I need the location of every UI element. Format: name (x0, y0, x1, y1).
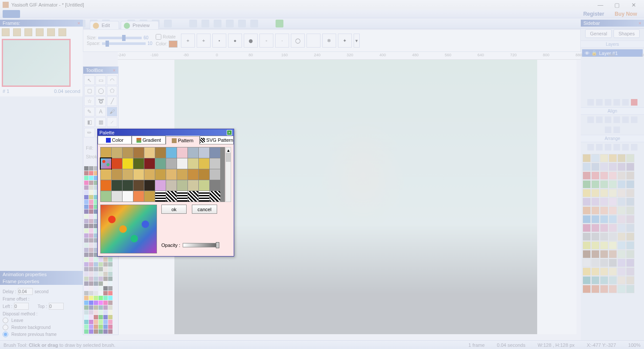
color-swatch[interactable] (591, 180, 600, 188)
pattern-swatch[interactable] (177, 147, 187, 158)
size-slider[interactable] (98, 37, 142, 39)
color-swatch[interactable] (626, 180, 634, 188)
color-swatch[interactable] (583, 180, 591, 188)
tool-swatch[interactable] (89, 205, 93, 209)
frame-tool[interactable] (36, 28, 44, 36)
pattern-swatch[interactable] (123, 191, 133, 202)
frame-thumbnail[interactable] (2, 39, 71, 87)
tool-swatch[interactable] (108, 267, 112, 271)
tool-swatch[interactable] (103, 296, 108, 300)
tool-swatch[interactable] (94, 262, 98, 267)
tool-swatch[interactable] (94, 296, 98, 300)
pattern-swatch[interactable] (144, 147, 155, 158)
pattern-swatch[interactable] (166, 191, 177, 202)
brush-shape[interactable]: ✦ (338, 34, 352, 48)
tool-swatch[interactable] (108, 329, 112, 334)
color-swatch[interactable] (583, 233, 591, 241)
tool-swatch[interactable] (84, 272, 89, 276)
tool-swatch[interactable] (99, 315, 103, 319)
tool-swatch[interactable] (84, 190, 89, 195)
tool-swatch[interactable] (99, 277, 103, 281)
color-swatch[interactable] (600, 215, 608, 223)
color-swatch[interactable] (626, 267, 634, 276)
color-swatch[interactable] (617, 241, 626, 250)
pattern-scrollbar[interactable]: ▴ (225, 147, 231, 202)
tool-swatch[interactable] (99, 325, 103, 329)
tool-swatch[interactable] (89, 171, 93, 175)
frame-tool[interactable] (47, 28, 55, 36)
color-swatch[interactable] (626, 241, 634, 250)
tool-swatch[interactable] (94, 291, 98, 295)
brush-shape[interactable]: ● (244, 34, 258, 48)
frame-tool[interactable] (13, 28, 21, 36)
tool-swatch[interactable] (84, 310, 89, 315)
pattern-swatch[interactable] (155, 158, 166, 169)
tool-swatch[interactable] (89, 315, 93, 319)
pattern-swatch[interactable] (210, 180, 220, 191)
pattern-swatch[interactable] (188, 169, 198, 180)
pattern-swatch[interactable] (123, 158, 133, 169)
tool-swatch[interactable] (108, 301, 112, 305)
tool-swatch[interactable] (103, 267, 108, 271)
color-swatch[interactable] (591, 189, 600, 197)
tool-swatch[interactable] (108, 296, 112, 300)
tool-swatch[interactable] (89, 195, 93, 199)
tool-swatch[interactable] (103, 286, 108, 291)
tool-swatch[interactable] (103, 315, 108, 319)
tool-swatch[interactable] (94, 329, 98, 334)
pattern-swatch[interactable] (144, 158, 155, 169)
toolbox-close-icon[interactable]: × (113, 68, 116, 73)
color-swatch[interactable] (591, 276, 600, 284)
palette-tab-gradient[interactable]: Gradient (132, 136, 166, 144)
tool-swatch[interactable] (89, 243, 93, 247)
tool-swatch[interactable] (89, 190, 93, 195)
pattern-swatch[interactable] (155, 169, 166, 180)
pattern-swatch[interactable] (101, 158, 111, 169)
pattern-swatch[interactable] (133, 191, 144, 202)
color-swatch[interactable] (626, 163, 634, 171)
tool-swatch[interactable] (84, 205, 89, 209)
tool-lasso[interactable]: ◠ (107, 75, 117, 85)
tool-swatch[interactable] (99, 262, 103, 267)
tab-preview[interactable]: Preview (121, 21, 159, 29)
color-swatch[interactable] (617, 215, 626, 223)
tool-polygon[interactable]: ⬠ (107, 86, 117, 96)
pattern-swatch[interactable] (188, 158, 198, 169)
tool-text[interactable]: A (95, 107, 106, 116)
color-swatch[interactable] (600, 224, 608, 232)
color-swatch[interactable] (583, 171, 591, 180)
color-swatch[interactable] (626, 198, 634, 206)
tool-swatch[interactable] (89, 329, 93, 334)
arrange-tool[interactable] (631, 144, 637, 151)
tool-swatch[interactable] (89, 291, 93, 295)
tool-swatch[interactable] (84, 286, 89, 291)
tool-swatch[interactable] (94, 310, 98, 315)
tool-swatch[interactable] (103, 325, 108, 329)
tool-swatch[interactable] (84, 296, 89, 300)
tool-swatch[interactable] (89, 301, 93, 305)
tool-swatch[interactable] (84, 171, 89, 175)
tool-swatch[interactable] (108, 281, 112, 286)
align-tool[interactable] (605, 116, 611, 123)
tool-swatch[interactable] (84, 291, 89, 295)
brush-shape[interactable]: ◯ (291, 34, 305, 48)
color-swatch[interactable] (626, 171, 634, 180)
tool-select[interactable]: ↖ (84, 75, 95, 85)
color-swatch[interactable] (600, 180, 608, 188)
pattern-swatch[interactable] (155, 147, 166, 158)
tool-swatch[interactable] (84, 257, 89, 262)
disposal-restore-prev-radio[interactable] (3, 332, 8, 337)
tool-swatch[interactable] (84, 224, 89, 228)
color-swatch[interactable] (600, 250, 608, 258)
tool-swatch[interactable] (99, 291, 103, 295)
color-swatch[interactable] (583, 224, 591, 232)
color-swatch[interactable] (591, 171, 600, 180)
tool-swatch[interactable] (84, 238, 89, 243)
pattern-swatch[interactable] (177, 169, 187, 180)
tool-swatch[interactable] (84, 209, 89, 214)
pattern-swatch[interactable] (199, 147, 209, 158)
pattern-swatch[interactable] (210, 191, 220, 202)
pattern-swatch[interactable] (210, 147, 220, 158)
tool-swatch[interactable] (84, 243, 89, 247)
palette-tab-pattern[interactable]: Pattern (166, 136, 200, 144)
